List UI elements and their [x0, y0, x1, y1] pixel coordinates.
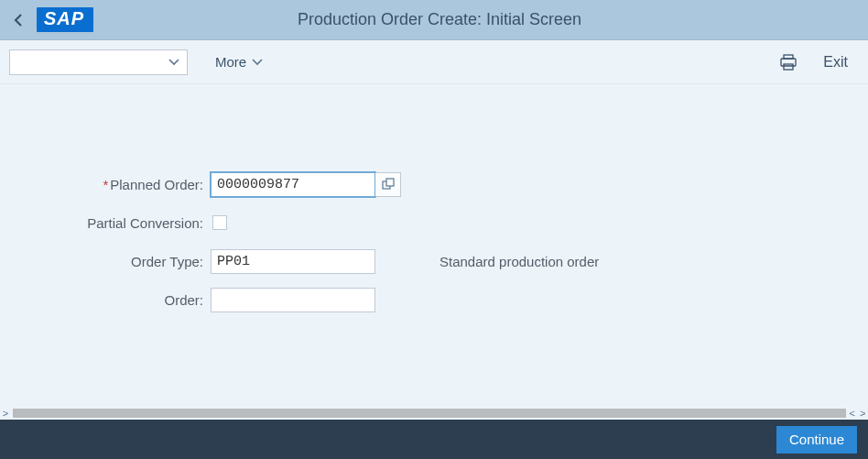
print-icon	[779, 54, 797, 71]
svg-rect-2	[784, 64, 793, 70]
order-label: Order:	[73, 292, 211, 308]
more-label: More	[215, 54, 246, 70]
more-menu-button[interactable]: More	[215, 54, 263, 70]
value-help-icon	[382, 178, 395, 191]
planned-order-row: *Planned Order:	[73, 171, 868, 197]
chevron-left-icon	[13, 13, 24, 27]
print-button[interactable]	[779, 54, 797, 71]
chevron-down-icon	[168, 59, 179, 66]
sap-logo: SAP	[37, 7, 93, 32]
order-type-description: Standard production order	[439, 254, 599, 269]
planned-order-input[interactable]	[211, 172, 375, 197]
chevron-down-icon	[252, 59, 263, 66]
titlebar: SAP Production Order Create: Initial Scr…	[0, 0, 868, 40]
svg-rect-4	[386, 179, 394, 186]
partial-conversion-row: Partial Conversion:	[73, 210, 868, 235]
partial-conversion-label: Partial Conversion:	[73, 215, 211, 231]
order-type-input[interactable]	[211, 249, 375, 274]
footer: Continue	[0, 420, 868, 459]
scroll-track[interactable]	[13, 409, 846, 418]
scroll-left-button[interactable]: >	[0, 408, 11, 419]
horizontal-scrollbar: > < >	[0, 407, 868, 420]
planned-order-label: *Planned Order:	[73, 177, 211, 192]
order-type-row: Order Type: Standard production order	[73, 248, 868, 274]
exit-button[interactable]: Exit	[823, 54, 848, 71]
partial-conversion-checkbox[interactable]	[212, 215, 227, 230]
toolbar: More Exit	[0, 40, 868, 84]
order-type-label: Order Type:	[73, 254, 211, 269]
order-row: Order:	[73, 287, 868, 312]
scroll-right-button[interactable]: < >	[848, 408, 868, 419]
back-button[interactable]	[9, 11, 27, 29]
order-input[interactable]	[211, 288, 375, 312]
transaction-select[interactable]	[9, 49, 188, 75]
form-area: *Planned Order: Partial Conversion: Orde…	[0, 84, 868, 312]
continue-button[interactable]: Continue	[776, 426, 857, 454]
page-title: Production Order Create: Initial Screen	[93, 10, 859, 29]
value-help-button[interactable]	[375, 172, 401, 197]
